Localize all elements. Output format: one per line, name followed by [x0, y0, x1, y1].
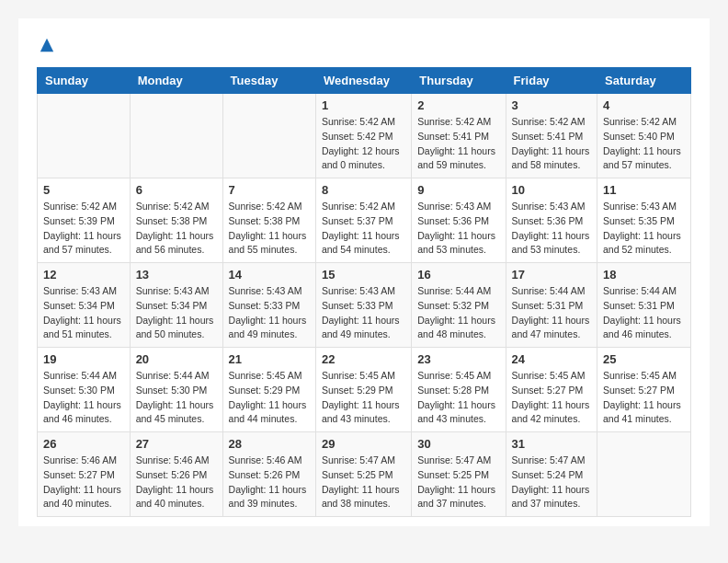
weekday-header-monday: Monday: [130, 68, 222, 94]
calendar-day-6: 6Sunrise: 5:42 AM Sunset: 5:38 PM Daylig…: [130, 178, 222, 263]
calendar-day-17: 17Sunrise: 5:44 AM Sunset: 5:31 PM Dayli…: [506, 263, 597, 348]
calendar-day-19: 19Sunrise: 5:44 AM Sunset: 5:30 PM Dayli…: [38, 348, 131, 432]
calendar-day-18: 18Sunrise: 5:44 AM Sunset: 5:31 PM Dayli…: [597, 263, 691, 348]
day-number: 3: [512, 98, 591, 112]
calendar-day-27: 27Sunrise: 5:46 AM Sunset: 5:26 PM Dayli…: [130, 432, 222, 517]
day-info: Sunrise: 5:45 AM Sunset: 5:29 PM Dayligh…: [322, 369, 405, 427]
header: [37, 37, 691, 58]
calendar-week-row: 1Sunrise: 5:42 AM Sunset: 5:42 PM Daylig…: [38, 94, 691, 178]
weekday-header-friday: Friday: [506, 68, 597, 94]
day-info: Sunrise: 5:42 AM Sunset: 5:37 PM Dayligh…: [322, 200, 405, 258]
day-number: 9: [417, 183, 499, 197]
calendar-page: SundayMondayTuesdayWednesdayThursdayFrid…: [18, 18, 710, 526]
day-number: 23: [417, 352, 499, 366]
calendar-day-30: 30Sunrise: 5:47 AM Sunset: 5:25 PM Dayli…: [412, 432, 506, 517]
day-info: Sunrise: 5:45 AM Sunset: 5:29 PM Dayligh…: [229, 369, 310, 427]
svg-marker-0: [40, 39, 53, 52]
day-info: Sunrise: 5:42 AM Sunset: 5:40 PM Dayligh…: [603, 115, 685, 173]
calendar-day-16: 16Sunrise: 5:44 AM Sunset: 5:32 PM Dayli…: [412, 263, 506, 348]
day-number: 5: [43, 183, 124, 197]
logo: [37, 37, 55, 58]
day-number: 7: [229, 183, 310, 197]
day-info: Sunrise: 5:42 AM Sunset: 5:39 PM Dayligh…: [43, 200, 124, 258]
day-number: 26: [43, 437, 124, 451]
day-number: 13: [136, 268, 217, 282]
day-info: Sunrise: 5:43 AM Sunset: 5:34 PM Dayligh…: [43, 284, 124, 342]
day-info: Sunrise: 5:42 AM Sunset: 5:42 PM Dayligh…: [322, 115, 405, 173]
weekday-header-sunday: Sunday: [38, 68, 131, 94]
day-info: Sunrise: 5:46 AM Sunset: 5:26 PM Dayligh…: [136, 454, 217, 511]
day-info: Sunrise: 5:42 AM Sunset: 5:41 PM Dayligh…: [512, 115, 591, 173]
calendar-day-22: 22Sunrise: 5:45 AM Sunset: 5:29 PM Dayli…: [315, 348, 411, 432]
weekday-header-tuesday: Tuesday: [222, 68, 315, 94]
day-info: Sunrise: 5:44 AM Sunset: 5:30 PM Dayligh…: [136, 369, 217, 427]
day-number: 8: [322, 183, 405, 197]
day-info: Sunrise: 5:47 AM Sunset: 5:25 PM Dayligh…: [322, 454, 405, 511]
calendar-day-7: 7Sunrise: 5:42 AM Sunset: 5:38 PM Daylig…: [222, 178, 315, 263]
day-info: Sunrise: 5:43 AM Sunset: 5:36 PM Dayligh…: [417, 200, 499, 258]
day-number: 2: [417, 98, 499, 112]
day-number: 6: [136, 183, 217, 197]
calendar-day-31: 31Sunrise: 5:47 AM Sunset: 5:24 PM Dayli…: [506, 432, 597, 517]
calendar-day-12: 12Sunrise: 5:43 AM Sunset: 5:34 PM Dayli…: [38, 263, 131, 348]
weekday-header-thursday: Thursday: [412, 68, 506, 94]
calendar-week-row: 5Sunrise: 5:42 AM Sunset: 5:39 PM Daylig…: [38, 178, 691, 263]
day-info: Sunrise: 5:44 AM Sunset: 5:31 PM Dayligh…: [512, 284, 591, 342]
calendar-day-1: 1Sunrise: 5:42 AM Sunset: 5:42 PM Daylig…: [315, 94, 411, 178]
day-info: Sunrise: 5:47 AM Sunset: 5:24 PM Dayligh…: [512, 454, 591, 511]
day-info: Sunrise: 5:44 AM Sunset: 5:30 PM Dayligh…: [43, 369, 124, 427]
day-number: 4: [603, 98, 685, 112]
day-info: Sunrise: 5:45 AM Sunset: 5:27 PM Dayligh…: [603, 369, 685, 427]
calendar-table: SundayMondayTuesdayWednesdayThursdayFrid…: [37, 67, 691, 517]
day-number: 20: [136, 352, 217, 366]
day-number: 21: [229, 352, 310, 366]
day-info: Sunrise: 5:46 AM Sunset: 5:26 PM Dayligh…: [229, 454, 310, 511]
calendar-day-28: 28Sunrise: 5:46 AM Sunset: 5:26 PM Dayli…: [222, 432, 315, 517]
day-number: 10: [512, 183, 591, 197]
day-number: 16: [417, 268, 499, 282]
calendar-day-2: 2Sunrise: 5:42 AM Sunset: 5:41 PM Daylig…: [412, 94, 506, 178]
day-number: 17: [512, 268, 591, 282]
calendar-day-14: 14Sunrise: 5:43 AM Sunset: 5:33 PM Dayli…: [222, 263, 315, 348]
empty-cell: [222, 94, 315, 178]
day-info: Sunrise: 5:44 AM Sunset: 5:31 PM Dayligh…: [603, 284, 685, 342]
day-number: 18: [603, 268, 685, 282]
day-number: 27: [136, 437, 217, 451]
day-number: 15: [322, 268, 405, 282]
day-info: Sunrise: 5:47 AM Sunset: 5:25 PM Dayligh…: [417, 454, 499, 511]
calendar-week-row: 12Sunrise: 5:43 AM Sunset: 5:34 PM Dayli…: [38, 263, 691, 348]
day-number: 25: [603, 352, 685, 366]
calendar-day-3: 3Sunrise: 5:42 AM Sunset: 5:41 PM Daylig…: [506, 94, 597, 178]
day-number: 19: [43, 352, 124, 366]
day-number: 14: [229, 268, 310, 282]
weekday-header-wednesday: Wednesday: [315, 68, 411, 94]
day-info: Sunrise: 5:43 AM Sunset: 5:34 PM Dayligh…: [136, 284, 217, 342]
calendar-day-24: 24Sunrise: 5:45 AM Sunset: 5:27 PM Dayli…: [506, 348, 597, 432]
day-number: 12: [43, 268, 124, 282]
day-number: 31: [512, 437, 591, 451]
day-info: Sunrise: 5:43 AM Sunset: 5:35 PM Dayligh…: [603, 200, 685, 258]
day-info: Sunrise: 5:42 AM Sunset: 5:38 PM Dayligh…: [136, 200, 217, 258]
day-info: Sunrise: 5:43 AM Sunset: 5:33 PM Dayligh…: [322, 284, 405, 342]
calendar-week-row: 26Sunrise: 5:46 AM Sunset: 5:27 PM Dayli…: [38, 432, 691, 517]
calendar-week-row: 19Sunrise: 5:44 AM Sunset: 5:30 PM Dayli…: [38, 348, 691, 432]
calendar-day-8: 8Sunrise: 5:42 AM Sunset: 5:37 PM Daylig…: [315, 178, 411, 263]
calendar-day-15: 15Sunrise: 5:43 AM Sunset: 5:33 PM Dayli…: [315, 263, 411, 348]
empty-cell: [130, 94, 222, 178]
day-number: 1: [322, 98, 405, 112]
calendar-day-20: 20Sunrise: 5:44 AM Sunset: 5:30 PM Dayli…: [130, 348, 222, 432]
day-number: 11: [603, 183, 685, 197]
day-info: Sunrise: 5:44 AM Sunset: 5:32 PM Dayligh…: [417, 284, 499, 342]
calendar-day-29: 29Sunrise: 5:47 AM Sunset: 5:25 PM Dayli…: [315, 432, 411, 517]
day-info: Sunrise: 5:43 AM Sunset: 5:33 PM Dayligh…: [229, 284, 310, 342]
day-info: Sunrise: 5:42 AM Sunset: 5:41 PM Dayligh…: [417, 115, 499, 173]
calendar-day-5: 5Sunrise: 5:42 AM Sunset: 5:39 PM Daylig…: [38, 178, 131, 263]
calendar-day-25: 25Sunrise: 5:45 AM Sunset: 5:27 PM Dayli…: [597, 348, 691, 432]
day-info: Sunrise: 5:45 AM Sunset: 5:28 PM Dayligh…: [417, 369, 499, 427]
day-number: 28: [229, 437, 310, 451]
empty-cell: [597, 432, 691, 517]
calendar-day-11: 11Sunrise: 5:43 AM Sunset: 5:35 PM Dayli…: [597, 178, 691, 263]
weekday-header-row: SundayMondayTuesdayWednesdayThursdayFrid…: [38, 68, 691, 94]
day-number: 29: [322, 437, 405, 451]
calendar-day-13: 13Sunrise: 5:43 AM Sunset: 5:34 PM Dayli…: [130, 263, 222, 348]
